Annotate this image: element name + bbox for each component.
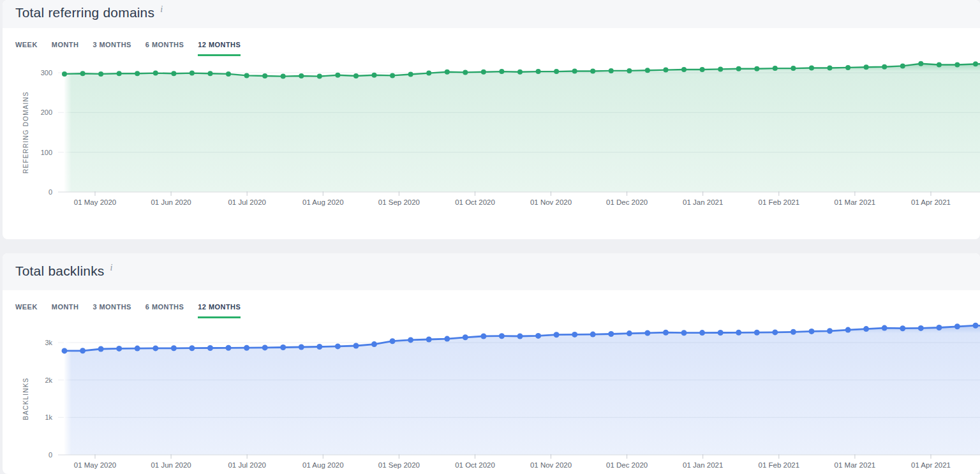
svg-text:01 Dec 2020: 01 Dec 2020 [606, 461, 648, 469]
y-axis-labels: 0100200300 [41, 69, 52, 196]
svg-text:01 Sep 2020: 01 Sep 2020 [378, 198, 420, 206]
backlinks-header: Total backlinksi [3, 253, 980, 290]
svg-text:01 Apr 2021: 01 Apr 2021 [911, 198, 951, 206]
svg-text:01 Mar 2021: 01 Mar 2021 [835, 198, 876, 206]
svg-text:3k: 3k [45, 339, 52, 346]
svg-text:1k: 1k [45, 413, 52, 421]
svg-text:01 Aug 2020: 01 Aug 2020 [302, 198, 344, 206]
panel-referring-domains: Total referring domainsi WEEKMONTH3 MONT… [3, 0, 980, 239]
area-left-fade [64, 64, 71, 192]
svg-text:200: 200 [41, 108, 52, 116]
svg-text:0: 0 [48, 188, 52, 196]
svg-text:01 Feb 2021: 01 Feb 2021 [759, 461, 800, 469]
area-fill [64, 325, 980, 455]
info-icon[interactable]: i [160, 4, 163, 14]
svg-text:01 Oct 2020: 01 Oct 2020 [455, 198, 495, 206]
x-axis-labels: 01 May 202001 Jun 202001 Jul 202001 Aug … [74, 461, 951, 469]
svg-text:01 Oct 2020: 01 Oct 2020 [455, 461, 495, 469]
y-axis-labels: 01k2k3k [45, 339, 52, 459]
svg-text:01 Nov 2020: 01 Nov 2020 [530, 461, 572, 469]
svg-text:01 Jun 2020: 01 Jun 2020 [151, 461, 191, 469]
time-range-tabs: WEEKMONTH3 MONTHS6 MONTHS12 MONTHS [3, 290, 980, 320]
tab-3-months[interactable]: 3 MONTHS [93, 41, 131, 56]
svg-text:100: 100 [41, 149, 52, 156]
panel-backlinks: Total backlinksi WEEKMONTH3 MONTHS6 MONT… [3, 253, 980, 474]
svg-text:300: 300 [41, 69, 52, 77]
svg-text:01 Jan 2021: 01 Jan 2021 [683, 461, 723, 469]
area-left-fade [64, 325, 71, 455]
tab-12-months[interactable]: 12 MONTHS [198, 41, 241, 56]
svg-text:01 May 2020: 01 May 2020 [74, 461, 117, 469]
svg-text:01 Feb 2021: 01 Feb 2021 [759, 198, 800, 206]
svg-text:01 Apr 2021: 01 Apr 2021 [911, 461, 951, 469]
svg-text:01 Jan 2021: 01 Jan 2021 [683, 198, 723, 206]
svg-text:01 Jun 2020: 01 Jun 2020 [151, 198, 191, 206]
area-chart-svg: 01 May 202001 Jun 202001 Jul 202001 Aug … [3, 57, 980, 214]
y-axis-title: BACKLINKS [22, 378, 29, 420]
time-range-tabs: WEEKMONTH3 MONTHS6 MONTHS12 MONTHS [3, 28, 980, 57]
tab-month[interactable]: MONTH [52, 303, 79, 318]
referring-domains-chart: 01 May 202001 Jun 202001 Jul 202001 Aug … [3, 57, 980, 214]
page-title: Total referring domainsi [15, 4, 980, 20]
svg-text:2k: 2k [45, 376, 52, 384]
svg-text:01 Jul 2020: 01 Jul 2020 [228, 198, 265, 206]
panel-title-text: Total referring domains [15, 5, 154, 20]
svg-text:01 Nov 2020: 01 Nov 2020 [530, 198, 572, 206]
analytics-page: Total referring domainsi WEEKMONTH3 MONT… [0, 0, 980, 474]
svg-text:01 Jul 2020: 01 Jul 2020 [228, 461, 265, 469]
y-axis-title: REFERRING DOMAINS [22, 91, 29, 174]
area-chart-svg: 01 May 202001 Jun 202001 Jul 202001 Aug … [3, 320, 980, 474]
tab-6-months[interactable]: 6 MONTHS [145, 41, 184, 56]
panel-gap [0, 239, 980, 253]
tab-3-months[interactable]: 3 MONTHS [93, 303, 131, 318]
svg-text:0: 0 [48, 451, 52, 459]
tab-6-months[interactable]: 6 MONTHS [145, 303, 184, 318]
tab-week[interactable]: WEEK [15, 303, 38, 318]
area-fill [64, 64, 980, 192]
svg-text:01 May 2020: 01 May 2020 [74, 198, 117, 206]
page-title: Total backlinksi [15, 263, 980, 279]
svg-text:01 Aug 2020: 01 Aug 2020 [302, 461, 344, 469]
referring-domains-header: Total referring domainsi [3, 0, 980, 28]
svg-text:01 Sep 2020: 01 Sep 2020 [378, 461, 420, 469]
x-axis-labels: 01 May 202001 Jun 202001 Jul 202001 Aug … [74, 198, 951, 206]
info-icon[interactable]: i [110, 263, 113, 272]
backlinks-chart: 01 May 202001 Jun 202001 Jul 202001 Aug … [3, 320, 980, 474]
tab-month[interactable]: MONTH [52, 41, 79, 56]
tab-12-months[interactable]: 12 MONTHS [198, 303, 241, 318]
panel-title-text: Total backlinks [15, 263, 105, 278]
tab-week[interactable]: WEEK [15, 41, 38, 56]
svg-text:01 Mar 2021: 01 Mar 2021 [835, 461, 876, 469]
svg-text:01 Dec 2020: 01 Dec 2020 [606, 198, 648, 206]
